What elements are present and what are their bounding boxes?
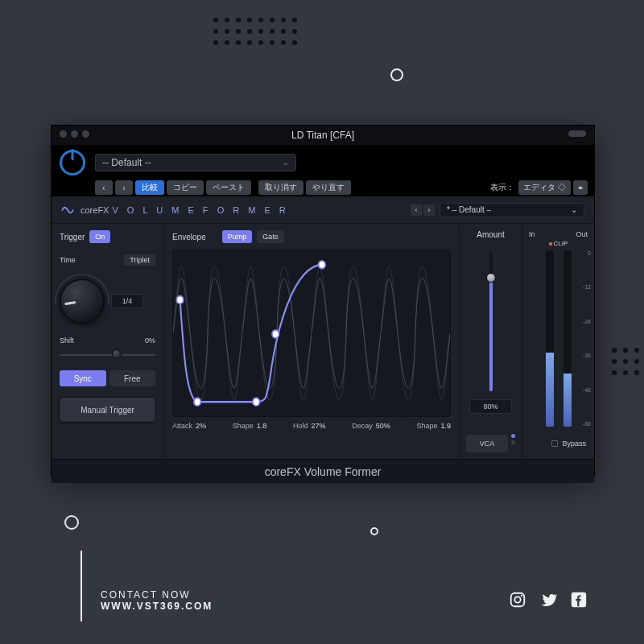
- host-prev-button[interactable]: ‹: [95, 180, 113, 195]
- clip-indicator: [549, 242, 552, 246]
- paste-button[interactable]: ペースト: [206, 180, 251, 195]
- brand-wave-icon: [61, 204, 74, 217]
- envelope-label: Envelope: [172, 233, 206, 242]
- svg-point-8: [521, 595, 522, 597]
- chevron-down-icon: ⌄: [283, 159, 289, 167]
- time-label: Time: [60, 256, 76, 264]
- undo-button[interactable]: 取り消す: [258, 180, 303, 195]
- compare-button[interactable]: 比較: [135, 180, 164, 195]
- svg-point-5: [319, 261, 326, 269]
- plugin-footer: coreFX Volume Former: [52, 459, 594, 483]
- decor-dots-top: [213, 18, 297, 45]
- amount-panel: Amount 80% VCA: [459, 224, 522, 459]
- view-label: 表示：: [490, 182, 514, 193]
- copy-button[interactable]: コピー: [167, 180, 204, 195]
- svg-point-2: [194, 398, 201, 406]
- amount-value[interactable]: 80%: [469, 399, 512, 414]
- shift-label: Shift: [60, 336, 74, 345]
- in-label: In: [529, 230, 535, 238]
- view-mode-dropdown[interactable]: エディタ ◇: [518, 180, 571, 195]
- vca-indicator-off: [511, 440, 515, 444]
- plugin-preset-name: * – Default –: [447, 205, 491, 214]
- shift-value: 0%: [145, 336, 155, 345]
- pump-toggle[interactable]: Pump: [222, 230, 253, 243]
- host-preset-dropdown[interactable]: -- Default -- ⌄: [95, 154, 296, 171]
- envelope-params: Attack2% Shape1.8 Hold27% Decay50% Shape…: [172, 422, 451, 430]
- host-preset-name: -- Default --: [102, 157, 151, 168]
- bypass-checkbox-icon: [551, 440, 558, 447]
- trigger-panel: Trigger On Time Triplet 1/4 Shift: [52, 224, 164, 459]
- host-next-button[interactable]: ›: [115, 180, 133, 195]
- envelope-display[interactable]: [172, 250, 451, 417]
- vca-button[interactable]: VCA: [466, 435, 508, 452]
- svg-point-4: [272, 330, 279, 338]
- svg-point-7: [514, 597, 520, 602]
- time-knob[interactable]: [60, 279, 105, 324]
- level-meters: 0-12-24-36-48-60: [529, 250, 588, 427]
- sync-button[interactable]: Sync: [60, 370, 106, 386]
- manual-trigger-button[interactable]: Manual Trigger: [60, 398, 155, 422]
- decor-vertical-line: [80, 551, 82, 621]
- svg-point-3: [253, 398, 260, 406]
- triplet-toggle[interactable]: Triplet: [124, 254, 155, 266]
- clip-label: CLIP: [554, 240, 568, 247]
- decor-ring-3: [370, 527, 378, 535]
- trigger-label: Trigger: [60, 233, 85, 242]
- out-label: Out: [576, 230, 588, 238]
- facebook-icon[interactable]: [570, 591, 588, 609]
- vca-indicator-on: [511, 434, 515, 438]
- plugin-body: coreFXV O L U M E F O R M E R ‹ › * – De…: [52, 196, 594, 483]
- out-meter: [564, 250, 572, 427]
- time-value[interactable]: 1/4: [111, 294, 143, 308]
- contact-label: CONTACT NOW: [101, 589, 213, 601]
- free-button[interactable]: Free: [109, 370, 156, 386]
- website: WWW.VST369.COM: [101, 601, 213, 612]
- plugin-window: LD Titan [CFA] -- Default -- ⌄ ‹ › 比較 コピ…: [51, 125, 595, 477]
- bypass-toggle[interactable]: Bypass: [529, 435, 588, 452]
- mac-resize-pill[interactable]: [568, 130, 586, 137]
- host-bar: -- Default -- ⌄ ‹ › 比較 コピー ペースト 取り消す やり直…: [52, 145, 594, 196]
- link-button[interactable]: ⚭: [573, 180, 588, 195]
- contact-block: CONTACT NOW WWW.VST369.COM: [101, 589, 213, 612]
- power-icon[interactable]: [60, 150, 85, 175]
- twitter-icon[interactable]: [539, 591, 557, 609]
- decor-dots-right: [612, 348, 644, 375]
- envelope-panel: Envelope Pump Gate: [164, 224, 459, 459]
- preset-prev-button[interactable]: ‹: [411, 204, 422, 216]
- mac-traffic-lights[interactable]: [60, 130, 89, 138]
- plugin-header: coreFXV O L U M E F O R M E R ‹ › * – De…: [52, 196, 594, 224]
- svg-point-1: [176, 295, 184, 303]
- chevron-down-icon: ⌄: [571, 205, 577, 214]
- window-title: LD Titan [CFA]: [52, 126, 594, 145]
- io-panel: In Out CLIP 0-12-24-36-48-60 Bypass: [522, 224, 594, 459]
- trigger-on-toggle[interactable]: On: [89, 230, 110, 243]
- shift-slider[interactable]: [60, 348, 155, 362]
- plugin-title: coreFXV O L U M E F O R M E R: [80, 205, 289, 215]
- in-meter: [546, 250, 554, 427]
- amount-slider[interactable]: [483, 249, 499, 394]
- social-icons: [509, 591, 588, 609]
- decor-ring-2: [64, 515, 79, 530]
- plugin-preset-dropdown[interactable]: * – Default – ⌄: [440, 203, 584, 217]
- amount-label: Amount: [477, 230, 504, 239]
- decor-ring-1: [390, 68, 403, 81]
- preset-next-button[interactable]: ›: [423, 204, 435, 216]
- redo-button[interactable]: やり直す: [306, 180, 351, 195]
- instagram-icon[interactable]: [509, 591, 526, 609]
- gate-toggle[interactable]: Gate: [257, 230, 284, 243]
